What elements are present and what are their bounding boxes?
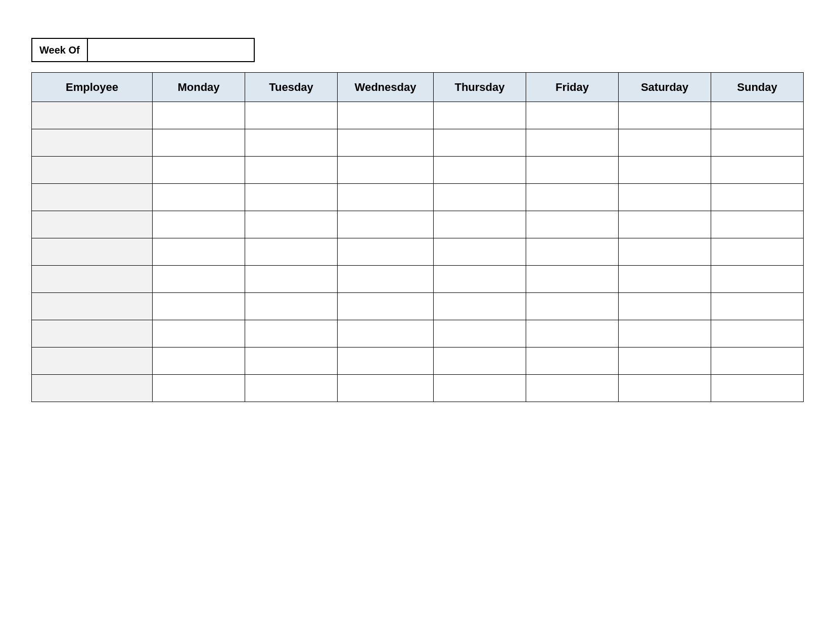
schedule-cell[interactable] <box>526 375 619 402</box>
schedule-cell[interactable] <box>338 129 434 157</box>
schedule-cell[interactable] <box>434 266 526 293</box>
employee-cell[interactable] <box>32 348 153 375</box>
schedule-cell[interactable] <box>711 129 804 157</box>
schedule-cell[interactable] <box>711 293 804 320</box>
schedule-cell[interactable] <box>153 375 245 402</box>
schedule-cell[interactable] <box>338 102 434 129</box>
schedule-cell[interactable] <box>526 184 619 211</box>
schedule-cell[interactable] <box>245 157 338 184</box>
schedule-cell[interactable] <box>338 211 434 238</box>
schedule-cell[interactable] <box>338 266 434 293</box>
schedule-cell[interactable] <box>711 211 804 238</box>
schedule-cell[interactable] <box>338 238 434 266</box>
schedule-cell[interactable] <box>434 348 526 375</box>
schedule-cell[interactable] <box>619 238 711 266</box>
schedule-cell[interactable] <box>619 157 711 184</box>
employee-cell[interactable] <box>32 102 153 129</box>
schedule-cell[interactable] <box>526 293 619 320</box>
header-monday: Monday <box>153 73 245 102</box>
schedule-cell[interactable] <box>245 184 338 211</box>
schedule-cell[interactable] <box>434 102 526 129</box>
schedule-cell[interactable] <box>434 293 526 320</box>
schedule-cell[interactable] <box>153 320 245 348</box>
header-tuesday: Tuesday <box>245 73 338 102</box>
schedule-cell[interactable] <box>526 129 619 157</box>
schedule-cell[interactable] <box>526 266 619 293</box>
schedule-cell[interactable] <box>153 129 245 157</box>
schedule-cell[interactable] <box>153 102 245 129</box>
schedule-cell[interactable] <box>619 184 711 211</box>
schedule-cell[interactable] <box>526 238 619 266</box>
schedule-header-row: Employee Monday Tuesday Wednesday Thursd… <box>32 73 804 102</box>
employee-cell[interactable] <box>32 293 153 320</box>
schedule-cell[interactable] <box>619 129 711 157</box>
schedule-cell[interactable] <box>338 320 434 348</box>
schedule-cell[interactable] <box>711 184 804 211</box>
schedule-cell[interactable] <box>711 238 804 266</box>
schedule-cell[interactable] <box>619 102 711 129</box>
week-of-container: Week Of <box>31 38 803 62</box>
schedule-cell[interactable] <box>338 293 434 320</box>
schedule-cell[interactable] <box>245 129 338 157</box>
schedule-cell[interactable] <box>245 238 338 266</box>
schedule-cell[interactable] <box>526 320 619 348</box>
schedule-cell[interactable] <box>153 238 245 266</box>
schedule-cell[interactable] <box>245 266 338 293</box>
schedule-cell[interactable] <box>711 102 804 129</box>
table-row <box>32 211 804 238</box>
schedule-cell[interactable] <box>434 238 526 266</box>
schedule-cell[interactable] <box>153 293 245 320</box>
schedule-cell[interactable] <box>526 157 619 184</box>
table-row <box>32 184 804 211</box>
schedule-cell[interactable] <box>338 375 434 402</box>
week-of-value[interactable] <box>88 38 255 62</box>
schedule-cell[interactable] <box>434 320 526 348</box>
employee-cell[interactable] <box>32 266 153 293</box>
schedule-cell[interactable] <box>153 348 245 375</box>
header-employee: Employee <box>32 73 153 102</box>
schedule-cell[interactable] <box>153 266 245 293</box>
schedule-cell[interactable] <box>245 102 338 129</box>
week-of-label: Week Of <box>31 38 88 62</box>
schedule-cell[interactable] <box>711 157 804 184</box>
schedule-cell[interactable] <box>434 184 526 211</box>
schedule-cell[interactable] <box>245 293 338 320</box>
employee-cell[interactable] <box>32 320 153 348</box>
table-row <box>32 102 804 129</box>
employee-cell[interactable] <box>32 211 153 238</box>
schedule-cell[interactable] <box>711 375 804 402</box>
employee-cell[interactable] <box>32 157 153 184</box>
schedule-cell[interactable] <box>619 348 711 375</box>
schedule-cell[interactable] <box>711 320 804 348</box>
schedule-cell[interactable] <box>711 348 804 375</box>
schedule-cell[interactable] <box>434 211 526 238</box>
employee-cell[interactable] <box>32 129 153 157</box>
schedule-cell[interactable] <box>434 375 526 402</box>
employee-cell[interactable] <box>32 238 153 266</box>
schedule-cell[interactable] <box>153 211 245 238</box>
schedule-cell[interactable] <box>434 129 526 157</box>
header-saturday: Saturday <box>619 73 711 102</box>
schedule-cell[interactable] <box>526 211 619 238</box>
employee-cell[interactable] <box>32 184 153 211</box>
schedule-cell[interactable] <box>153 157 245 184</box>
schedule-cell[interactable] <box>526 348 619 375</box>
schedule-cell[interactable] <box>619 293 711 320</box>
schedule-cell[interactable] <box>619 211 711 238</box>
schedule-cell[interactable] <box>245 348 338 375</box>
schedule-cell[interactable] <box>338 348 434 375</box>
schedule-cell[interactable] <box>245 211 338 238</box>
schedule-cell[interactable] <box>245 320 338 348</box>
schedule-cell[interactable] <box>338 157 434 184</box>
schedule-cell[interactable] <box>619 266 711 293</box>
schedule-cell[interactable] <box>153 184 245 211</box>
schedule-cell[interactable] <box>619 320 711 348</box>
schedule-cell[interactable] <box>526 102 619 129</box>
employee-cell[interactable] <box>32 375 153 402</box>
schedule-cell[interactable] <box>245 375 338 402</box>
schedule-cell[interactable] <box>711 266 804 293</box>
schedule-cell[interactable] <box>619 375 711 402</box>
schedule-cell[interactable] <box>434 157 526 184</box>
table-row <box>32 157 804 184</box>
schedule-cell[interactable] <box>338 184 434 211</box>
